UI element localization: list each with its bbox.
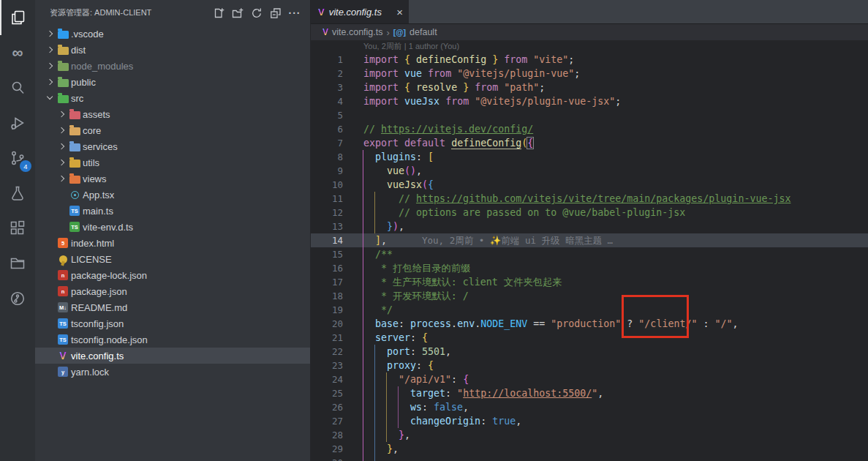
tab-vite-config-ts[interactable]: V vite.config.ts × [311,0,409,23]
chevron-icon[interactable] [56,112,67,116]
code-line[interactable]: 23 proxy: { [311,359,868,372]
tree-item-package-lock-json[interactable]: n package-lock.json [35,267,310,283]
code-line[interactable]: 11 // https://github.com/vitejs/vite/tre… [311,192,868,206]
code-line[interactable]: 8 plugins: [ [311,150,868,164]
code-line[interactable]: 22 port: 5501, [311,345,868,359]
more-actions-button[interactable]: ··· [287,5,303,21]
folder-icon [69,111,80,119]
tree-item-tsconfig-json[interactable]: TS tsconfig.json [35,315,310,331]
tree-item-assets[interactable]: assets [35,106,310,122]
code-line[interactable]: 18 * 开发环境默认: / [311,289,868,303]
line-content: vue(), [343,164,868,178]
code-line[interactable]: 28 }, [311,428,868,442]
npm-icon: n [58,270,68,280]
code-line[interactable]: 4 import vueJsx from "@vitejs/plugin-vue… [311,94,868,108]
tree-item-label: services [83,141,118,152]
code-line[interactable]: 26 ws: false, [311,400,868,414]
chevron-icon[interactable] [44,97,56,99]
tree-item-services[interactable]: services [35,138,310,154]
chevron-icon[interactable] [56,176,67,181]
code-line[interactable]: 6 // https://vitejs.dev/config/ [311,122,868,136]
code-line[interactable]: 14 ],You, 2周前 • ✨前端 ui 升级 暗黑主题 … [311,233,868,247]
tab-close-icon[interactable]: × [396,7,403,18]
activitybar-git-history[interactable] [0,281,35,316]
folder-icon [58,47,69,55]
activitybar-project-folder[interactable] [0,246,35,281]
tree-item-label: tsconfig.node.json [71,334,148,345]
tree-item-views[interactable]: views [35,170,310,187]
code-lines: 1 import { defineConfig } from "vite"; 2… [311,53,868,461]
tree-item-core[interactable]: core [35,122,310,138]
code-line[interactable]: 12 // options are passed on to @vue/babe… [311,206,868,220]
folder-icon [69,143,80,151]
breadcrumb-symbol[interactable]: default [410,27,437,37]
code-editor[interactable]: You, 2周前 | 1 author (You) 1 import { def… [311,40,868,461]
line-content: */ [343,303,868,317]
code-line[interactable]: 20 base: process.env.NODE_ENV == "produc… [311,317,868,331]
code-line[interactable]: 3 import { resolve } from "path"; [311,80,868,94]
tree-item--vscode[interactable]: .vscode [35,26,310,42]
collapse-folders-button[interactable] [268,5,284,21]
code-line[interactable]: 29 }, [311,442,868,456]
new-folder-button[interactable] [230,5,246,21]
tree-item-vite-config-ts[interactable]: V vite.config.ts [35,348,310,364]
chevron-icon[interactable] [44,48,56,52]
chevron-icon[interactable] [56,144,67,149]
activitybar-testing[interactable] [0,176,35,211]
activitybar-source-control[interactable]: 4 [0,140,35,176]
breadcrumb-file[interactable]: vite.config.ts [332,27,382,37]
code-line[interactable]: 19 */ [311,303,868,317]
new-file-button[interactable] [211,5,227,21]
code-line[interactable]: 7 export default defineConfig({ [311,136,868,150]
code-line[interactable]: 15 /** [311,247,868,261]
code-line[interactable]: 30 [311,456,868,461]
code-line[interactable]: 2 import vue from "@vitejs/plugin-vue"; [311,67,868,80]
folder-icon [69,127,80,135]
code-line[interactable]: 9 vue(), [311,164,868,178]
tree-item-main-ts[interactable]: TS main.ts [35,203,310,219]
indent-guide [363,150,363,461]
line-number: 13 [311,220,343,233]
tree-item-dist[interactable]: dist [35,42,310,58]
line-content: }), [343,220,868,233]
tree-item-src[interactable]: src [35,90,310,106]
code-line[interactable]: 13 }), [311,220,868,233]
activitybar-search[interactable] [0,70,35,105]
explorer-sidebar: 资源管理器: ADMIN-CLIENT ··· .vscode [35,0,311,461]
tree-item-tsconfig-node-json[interactable]: TS tsconfig.node.json [35,331,310,348]
tree-item-vite-env-d-ts[interactable]: TS vite-env.d.ts [35,219,310,235]
code-line[interactable]: 1 import { defineConfig } from "vite"; [311,53,868,67]
code-line[interactable]: 24 "/api/v1": { [311,372,868,386]
tree-item-public[interactable]: public [35,74,310,90]
git-blame-annotation: You, 2周前 • ✨前端 ui 升级 暗黑主题 … [422,235,613,246]
activitybar-extensions[interactable] [0,211,35,246]
chevron-icon[interactable] [44,80,56,84]
code-line[interactable]: 25 target: "http://localhost:5500/", [311,386,868,400]
activitybar-vs-project[interactable]: ∞ [0,35,35,70]
code-line[interactable]: 10 vueJsx({ [311,178,868,192]
tree-item-license[interactable]: LICENSE [35,251,310,267]
chevron-icon[interactable] [56,160,67,165]
code-line[interactable]: 21 server: { [311,331,868,345]
tree-item-yarn-lock[interactable]: y yarn.lock [35,364,310,380]
code-line[interactable]: 27 changeOrigin: true, [311,414,868,428]
tree-item-index-html[interactable]: 5 index.html [35,235,310,251]
activitybar-run-debug[interactable] [0,105,35,140]
code-line[interactable]: 5 [311,108,868,122]
chevron-icon[interactable] [56,128,67,132]
chevron-icon[interactable] [44,64,56,68]
tree-item-readme-md[interactable]: M↓ README.md [35,299,310,315]
vite-icon: V [318,7,325,18]
activitybar-explorer[interactable] [0,0,35,35]
tree-item-app-tsx[interactable]: App.tsx [35,187,310,203]
file-tree: .vscode dist node_modules public src ass… [35,26,310,380]
line-number: 8 [311,150,343,164]
tree-item-utils[interactable]: utils [35,154,310,170]
refresh-explorer-button[interactable] [249,5,265,21]
code-line[interactable]: 17 * 生产环境默认: client 文件夹包起来 [311,275,868,289]
codelens-author-summary[interactable]: You, 2周前 | 1 author (You) [311,40,868,53]
chevron-icon[interactable] [44,31,56,36]
tree-item-node-modules[interactable]: node_modules [35,58,310,74]
tree-item-package-json[interactable]: n package.json [35,283,310,299]
code-line[interactable]: 16 * 打包给目录的前缀 [311,261,868,275]
